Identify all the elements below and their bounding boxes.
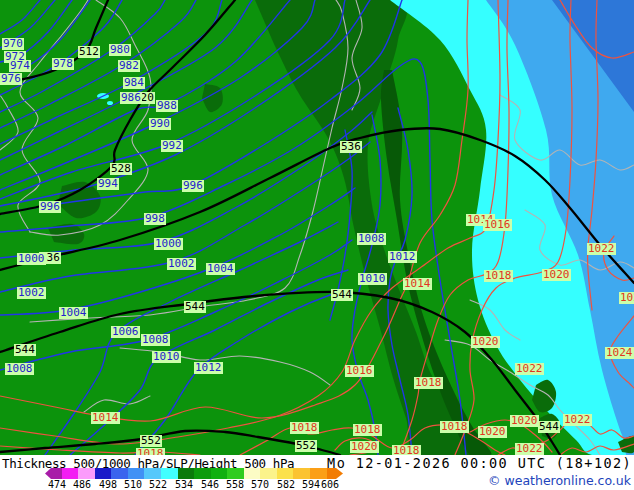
isobar-label-low: 1012	[194, 362, 223, 374]
thickness-colorbar	[45, 468, 343, 479]
isobar-label-low: 988	[156, 100, 178, 112]
isobar-label-high: 1014	[403, 278, 432, 290]
colorbar-segment	[128, 468, 145, 479]
isobar-label-high: 1024	[605, 347, 634, 359]
isobar-label-low: 990	[149, 118, 171, 130]
isobar-label-high: 1020	[542, 269, 571, 281]
isobar-label-low: 982	[118, 60, 140, 72]
isobar-label-high: 1020	[478, 426, 507, 438]
isobar-label-low: 1004	[206, 263, 235, 275]
colorbar-tick-labels: 474486498510522534546558570582594606	[45, 479, 355, 490]
colorbar-tick: 486	[73, 479, 91, 490]
colorbar-segment	[161, 468, 178, 479]
colorbar-tick: 522	[149, 479, 167, 490]
isobar-label-low: 970	[2, 38, 24, 50]
isobar-label-high: 1014	[91, 412, 120, 424]
isobar-label-high: 1016	[483, 219, 512, 231]
isobar-label-low: 984	[123, 77, 145, 89]
isobar-label-high: 1018	[440, 421, 469, 433]
colorbar-segment	[95, 468, 112, 479]
isobar-label-high: 1022	[587, 243, 616, 255]
isobar-label-low: 1004	[59, 307, 88, 319]
colorbar-segment	[260, 468, 277, 479]
isobar-label-low: 1008	[5, 363, 34, 375]
weather-map: 5125205285365365445445445445525521014101…	[0, 0, 634, 455]
isobar-label-low: 1012	[388, 251, 417, 263]
isobar-label-high: 1018	[392, 445, 421, 455]
isobar-label-low: 1010	[152, 351, 181, 363]
valid-time: Mo 12-01-2026 00:00 UTC (18+102)	[327, 456, 634, 471]
isobar-label-low: 994	[97, 178, 119, 190]
isobar-label-low: 1000	[154, 238, 183, 250]
colorbar-segment	[211, 468, 228, 479]
colorbar-tick: 474	[48, 479, 66, 490]
isobar-label-low: 1006	[111, 326, 140, 338]
isobar-label-high: 1018	[484, 270, 513, 282]
colorbar-segment	[293, 468, 310, 479]
height-contour-label: 544	[331, 289, 353, 301]
isobar-label-low: 992	[161, 140, 183, 152]
weather-map-app: 5125205285365365445445445445525521014101…	[0, 0, 634, 490]
colorbar-tick: 606	[321, 479, 339, 490]
isobar-label-low: 1008	[357, 233, 386, 245]
isobar-label-high: 1016	[345, 365, 374, 377]
colorbar-segment	[62, 468, 79, 479]
isobar-label-low: 996	[182, 180, 204, 192]
colorbar-segment	[78, 468, 95, 479]
colorbar-tick: 582	[277, 479, 295, 490]
isobar-label-low: 986	[120, 92, 142, 104]
isobar-label-low: 1000	[17, 253, 46, 265]
caption-bar: Thickness 500/1000 hPa/SLP/Height 500 hP…	[0, 455, 634, 490]
weather-map-canvas	[0, 0, 634, 455]
isobar-label-low: 1002	[17, 287, 46, 299]
copyright-link[interactable]: © weatheronline.co.uk	[488, 474, 631, 488]
isobar-label-low: 1008	[141, 334, 170, 346]
height-contour-label: 552	[140, 435, 162, 447]
isobar-label-low: 978	[52, 58, 74, 70]
isobar-label-low: 998	[144, 213, 166, 225]
isobar-label-low: 974	[9, 60, 31, 72]
height-contour-label: 544	[184, 301, 206, 313]
height-contour-label: 536	[340, 141, 362, 153]
lake	[107, 101, 113, 105]
colorbar-tick: 498	[99, 479, 117, 490]
isobar-label-high: 1018	[136, 448, 165, 455]
isobar-label-high: 1022	[563, 414, 592, 426]
isobar-label-high: 1022	[515, 443, 544, 455]
height-contour-label: 528	[110, 163, 132, 175]
isobar-label-low: 980	[109, 44, 131, 56]
colorbar-segment	[227, 468, 244, 479]
isobar-label-high: 1018	[290, 422, 319, 434]
height-contour-label: 552	[295, 440, 317, 452]
height-contour-label: 512	[78, 46, 100, 58]
isobar-label-high: 1020	[350, 441, 379, 453]
colorbar-segment	[194, 468, 211, 479]
colorbar-segment	[244, 468, 261, 479]
colorbar-tick: 510	[124, 479, 142, 490]
isobar-label-low: 996	[39, 201, 61, 213]
colorbar-segment	[178, 468, 195, 479]
colorbar-segment	[144, 468, 161, 479]
colorbar-tick: 558	[226, 479, 244, 490]
isobar-label-low: 1010	[358, 273, 387, 285]
isobar-label-high: 1020	[510, 415, 539, 427]
isobar-label-high: 1018	[353, 424, 382, 436]
colorbar-tick: 594	[302, 479, 320, 490]
colorbar-tick: 546	[201, 479, 219, 490]
isobar-label-high: 1018	[414, 377, 443, 389]
isobar-label-low: 1002	[167, 258, 196, 270]
colorbar-segment	[111, 468, 128, 479]
isobar-label-high: 1022	[515, 363, 544, 375]
colorbar-tick: 570	[251, 479, 269, 490]
isobar-label-low: 976	[0, 73, 22, 85]
colorbar-segment	[277, 468, 294, 479]
isobar-label-high: 1024	[619, 292, 634, 304]
colorbar-segment	[310, 468, 327, 479]
colorbar-tick: 534	[175, 479, 193, 490]
height-contour-label: 544	[538, 421, 560, 433]
height-contour-label: 544	[14, 344, 36, 356]
isobar-label-high: 1020	[471, 336, 500, 348]
